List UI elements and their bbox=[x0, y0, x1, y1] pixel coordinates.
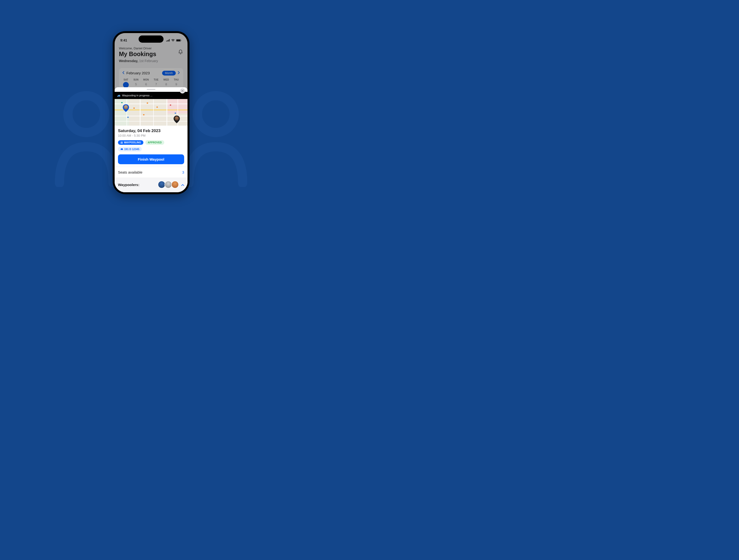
svg-point-23 bbox=[147, 103, 148, 104]
svg-point-0 bbox=[68, 96, 105, 133]
waypoolers-row[interactable]: Waypoolers: bbox=[115, 178, 187, 192]
seats-count: 3 bbox=[182, 170, 184, 174]
svg-point-25 bbox=[127, 117, 129, 118]
avatar[interactable] bbox=[171, 181, 179, 188]
trip-map[interactable] bbox=[115, 99, 187, 126]
svg-point-29 bbox=[121, 142, 122, 142]
progress-text: Waypooling in progress ... bbox=[122, 94, 152, 97]
booking-detail-sheet: 🚙 Waypooling in progress ... bbox=[115, 87, 187, 192]
svg-point-22 bbox=[133, 108, 135, 109]
seats-label: Seats available bbox=[118, 170, 142, 174]
svg-point-28 bbox=[143, 114, 145, 115]
waypool-progress-banner: 🚙 Waypooling in progress ... bbox=[115, 92, 187, 99]
car-plate-icon bbox=[120, 148, 123, 150]
seats-available-row: Seats available 3 bbox=[115, 167, 187, 178]
finish-waypool-button[interactable]: Finish Waypool bbox=[118, 154, 184, 164]
sheet-drag-handle[interactable] bbox=[147, 89, 155, 90]
chevron-up-icon[interactable] bbox=[181, 183, 184, 187]
map-pin-driver[interactable] bbox=[123, 104, 129, 112]
svg-point-21 bbox=[121, 102, 123, 103]
sheet-close-button[interactable] bbox=[180, 88, 185, 94]
svg-point-1 bbox=[197, 96, 234, 133]
waypoolers-label: Waypoolers: bbox=[118, 183, 139, 187]
trip-date: Saturday, 04 Feb 2023 bbox=[118, 129, 184, 133]
waypooling-badge: WAYPOOLING bbox=[118, 140, 143, 145]
waypooler-avatars bbox=[158, 181, 179, 188]
phone-screen: 9:41 Welcome, Daniel Driver My Bookings … bbox=[115, 33, 187, 192]
dynamic-island bbox=[139, 35, 163, 43]
svg-point-27 bbox=[174, 113, 176, 114]
car-icon: 🚙 bbox=[117, 94, 121, 97]
trip-time: 10:00 AM - 5:30 PM bbox=[118, 134, 184, 137]
map-pin-passenger[interactable] bbox=[174, 116, 180, 123]
svg-point-30 bbox=[122, 142, 123, 142]
people-icon bbox=[120, 142, 123, 144]
license-plate-badge: 191 D 12345 bbox=[118, 147, 142, 152]
approved-badge: APPROVED bbox=[145, 140, 164, 145]
svg-point-24 bbox=[156, 107, 158, 108]
phone-frame: 9:41 Welcome, Daniel Driver My Bookings … bbox=[113, 31, 189, 194]
svg-point-26 bbox=[170, 104, 171, 106]
